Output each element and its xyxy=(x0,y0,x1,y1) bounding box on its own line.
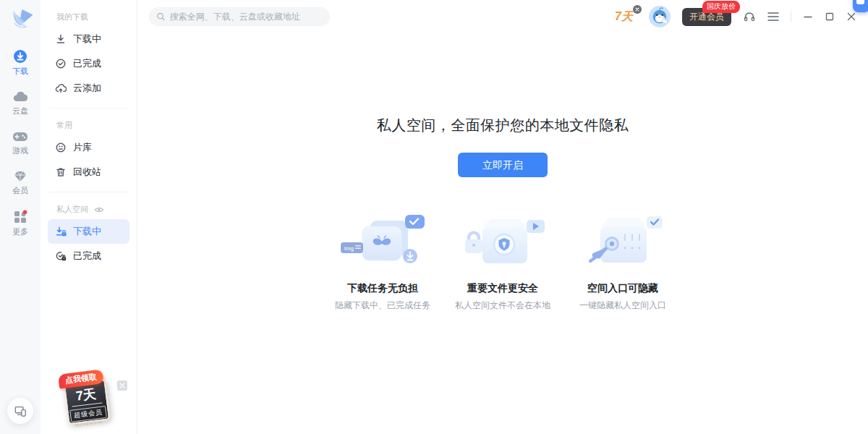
feature-subtitle: 隐藏下载中、已完成任务 xyxy=(328,299,438,312)
feature-title: 空间入口可隐藏 xyxy=(568,282,678,295)
enable-now-button[interactable]: 立即开启 xyxy=(458,153,548,177)
section-label-text: 私人空间 xyxy=(56,204,88,215)
safe-box-illustration xyxy=(456,212,550,273)
sidebar-item-label: 片库 xyxy=(73,141,92,154)
headset-icon xyxy=(743,10,756,23)
feature-card-security: 重要文件更安全 私人空间文件不会在本地 xyxy=(448,212,558,312)
page-title: 私人空间，全面保护您的本地文件隐私 xyxy=(137,116,868,135)
search-bar[interactable] xyxy=(149,7,330,26)
check-circle-icon xyxy=(55,58,67,69)
section-label-my-downloads: 我的下载 xyxy=(56,12,137,22)
hamburger-menu-icon xyxy=(767,12,779,22)
left-rail: 下载 云盘 游戏 xyxy=(0,0,41,434)
open-vip-button[interactable]: 国庆放价 开通会员 xyxy=(682,8,731,26)
promo-ribbon-text: 点我领取 xyxy=(64,372,97,384)
search-icon xyxy=(156,12,166,22)
promo-days-text: 7天 xyxy=(70,385,103,407)
rail-item-cloud-disk[interactable]: 云盘 xyxy=(0,90,41,116)
rail-label: 云盘 xyxy=(12,106,28,116)
grid-more-icon xyxy=(13,210,27,224)
divider xyxy=(791,12,791,22)
sidebar-item-label: 回收站 xyxy=(73,166,101,179)
feature-subtitle: 私人空间文件不会在本地 xyxy=(448,299,558,312)
sidebar-item-label: 已完成 xyxy=(73,250,101,263)
sidebar-item-recycle-bin[interactable]: 回收站 xyxy=(48,160,129,184)
sidebar-item-label: 云添加 xyxy=(73,82,101,95)
section-label-text: 我的下载 xyxy=(56,12,88,22)
customer-service-button[interactable] xyxy=(743,10,756,23)
close-icon xyxy=(119,383,125,388)
download-circle-icon xyxy=(13,49,27,64)
sidebar-item-film-library[interactable]: 片库 xyxy=(48,135,129,160)
rail-item-download[interactable]: 下载 xyxy=(0,49,41,77)
avatar-bird-icon xyxy=(649,6,671,27)
user-avatar[interactable] xyxy=(649,6,671,27)
sidebar-item-completed[interactable]: 已完成 xyxy=(48,51,129,76)
sidebar-item-label: 下载中 xyxy=(73,225,101,238)
divider xyxy=(49,192,128,192)
rail-item-vip[interactable]: 会员 xyxy=(0,170,41,196)
folders-illustration: img xyxy=(336,212,430,273)
sidebar-item-private-completed[interactable]: 已完成 xyxy=(48,244,129,268)
private-space-intro: 私人空间，全面保护您的本地文件隐私 立即开启 xyxy=(137,116,868,312)
feature-subtitle: 一键隐藏私人空间入口 xyxy=(568,299,678,312)
close-button[interactable] xyxy=(846,12,856,22)
section-label-text: 常用 xyxy=(56,120,72,131)
rail-label: 会员 xyxy=(12,185,28,196)
eye-visibility-icon[interactable] xyxy=(94,205,104,214)
download-lock-icon xyxy=(55,226,67,237)
devices-icon xyxy=(14,404,27,417)
trial-days-badge[interactable]: 7天 xyxy=(615,9,637,25)
rail-label: 下载 xyxy=(12,66,28,77)
feature-card-downloads: img 下载任务无负担 隐藏下载中、已完成任务 xyxy=(328,212,438,312)
sidebar-item-cloud-add[interactable]: 云添加 xyxy=(48,76,129,101)
rail-nav: 下载 云盘 游戏 xyxy=(0,49,41,237)
cloud-upload-icon xyxy=(55,82,67,94)
device-transfer-button[interactable] xyxy=(7,398,33,424)
sidebar: 我的下载 下载中 已完成 云添加 常用 xyxy=(41,0,137,434)
check-lock-icon xyxy=(55,250,67,262)
maximize-icon xyxy=(825,12,835,22)
close-icon xyxy=(635,7,639,12)
rail-item-more[interactable]: 更多 xyxy=(0,210,41,237)
promo-close-button[interactable] xyxy=(117,380,127,391)
sidebar-item-label: 下载中 xyxy=(73,33,101,46)
gamepad-icon xyxy=(12,130,28,143)
section-label-private-space: 私人空间 xyxy=(56,204,137,215)
section-label-common: 常用 xyxy=(56,120,137,131)
divider xyxy=(49,108,128,109)
open-vip-label: 开通会员 xyxy=(689,12,724,22)
minimize-icon xyxy=(803,12,813,22)
topbar-right: 7天 xyxy=(615,6,856,27)
sidebar-item-downloading[interactable]: 下载中 xyxy=(48,27,129,51)
app-logo-bird-icon xyxy=(6,6,35,35)
feature-card-hidden-entry: 空间入口可隐藏 一键隐藏私人空间入口 xyxy=(568,212,678,312)
trash-icon xyxy=(55,166,67,178)
feature-cards: img 下载任务无负担 隐藏下载中、已完成任务 xyxy=(137,212,868,312)
diamond-icon xyxy=(13,170,27,183)
sidebar-item-label: 已完成 xyxy=(73,57,101,70)
main-menu-button[interactable] xyxy=(767,12,779,22)
main-area: 7天 xyxy=(137,0,868,434)
search-input[interactable] xyxy=(170,12,323,22)
download-tray-icon xyxy=(55,33,67,45)
maximize-button[interactable] xyxy=(825,12,835,22)
minimize-button[interactable] xyxy=(803,12,813,22)
notification-dot xyxy=(23,210,27,214)
floating-corner-widget[interactable] xyxy=(853,0,868,12)
topbar: 7天 xyxy=(137,0,868,33)
sidebar-item-private-downloading[interactable]: 下载中 xyxy=(48,219,129,244)
vip-promo-tag: 国庆放价 xyxy=(702,1,740,13)
rail-label: 游戏 xyxy=(12,145,28,156)
feature-title: 重要文件更安全 xyxy=(448,282,558,295)
img-tag-label: img xyxy=(344,245,354,252)
trial-close-badge[interactable] xyxy=(633,5,642,14)
cloud-icon xyxy=(12,90,28,103)
rail-label: 更多 xyxy=(12,226,28,237)
feature-title: 下载任务无负担 xyxy=(328,282,438,295)
trial-days-text: 7天 xyxy=(615,10,633,22)
rail-item-games[interactable]: 游戏 xyxy=(0,130,41,156)
film-reel-icon xyxy=(55,142,67,153)
hidden-entry-illustration xyxy=(576,212,670,273)
app-window: 下载 云盘 游戏 xyxy=(0,0,868,434)
